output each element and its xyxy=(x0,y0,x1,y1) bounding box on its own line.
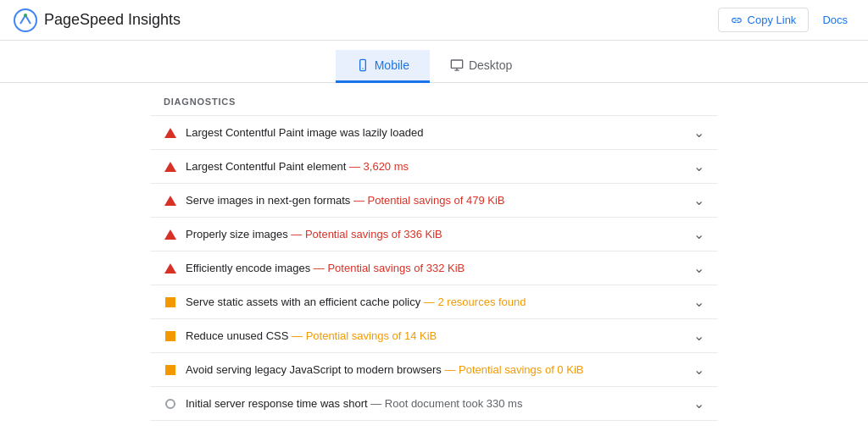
chevron-down-icon: ⌄ xyxy=(693,328,704,344)
diag-detail: — Root document took 330 ms xyxy=(370,397,522,410)
diag-item-legacy-js[interactable]: Avoid serving legacy JavaScript to moder… xyxy=(150,352,718,386)
diag-left: Properly size images — Potential savings… xyxy=(164,228,693,241)
docs-button[interactable]: Docs xyxy=(815,8,854,31)
diag-left: Largest Contentful Paint image was lazil… xyxy=(164,126,693,140)
diag-detail: — Potential savings of 0 KiB xyxy=(444,363,583,376)
svg-rect-4 xyxy=(451,60,462,68)
diag-text: Largest Contentful Paint image was lazil… xyxy=(186,126,423,139)
copy-link-label: Copy Link xyxy=(748,14,797,26)
diag-left: Efficiently encode images — Potential sa… xyxy=(164,262,693,275)
diag-item-encode-images[interactable]: Efficiently encode images — Potential sa… xyxy=(150,251,718,285)
diag-item-cache-policy[interactable]: Serve static assets with an efficient ca… xyxy=(150,285,718,318)
logo-area: PageSpeed Insights xyxy=(14,8,181,32)
diag-text: Efficiently encode images — Potential sa… xyxy=(186,262,465,274)
chevron-down-icon: ⌄ xyxy=(693,395,704,412)
desktop-icon xyxy=(450,58,464,72)
diag-detail: — 2 resources found xyxy=(424,296,526,308)
tab-mobile-label: Mobile xyxy=(375,58,409,72)
diag-text: Serve static assets with an efficient ca… xyxy=(186,296,526,308)
error-icon xyxy=(164,194,177,207)
logo-text: PageSpeed Insights xyxy=(44,11,181,29)
tabs-bar: Mobile Desktop xyxy=(0,41,868,83)
diag-text: Largest Contentful Paint element — 3,620… xyxy=(186,160,409,173)
diag-left: Initial server response time was short —… xyxy=(164,397,693,411)
diag-left: Largest Contentful Paint element — 3,620… xyxy=(164,160,693,174)
diag-detail: — Potential savings of 14 KiB xyxy=(292,329,437,342)
tab-desktop[interactable]: Desktop xyxy=(430,50,532,83)
chevron-down-icon: ⌄ xyxy=(693,158,704,174)
diag-item-next-gen-formats[interactable]: Serve images in next-gen formats — Poten… xyxy=(150,183,718,217)
header: PageSpeed Insights Copy Link Docs xyxy=(0,0,868,41)
diag-item-unused-css[interactable]: Reduce unused CSS — Potential savings of… xyxy=(150,318,718,352)
diag-detail: — 3,620 ms xyxy=(349,160,409,173)
diag-text: Reduce unused CSS — Potential savings of… xyxy=(186,329,437,342)
svg-point-3 xyxy=(362,68,363,69)
logo-icon xyxy=(14,8,37,32)
tab-mobile[interactable]: Mobile xyxy=(336,50,430,83)
warning-icon xyxy=(164,329,177,343)
diag-left: Avoid serving legacy JavaScript to moder… xyxy=(164,363,693,377)
svg-point-1 xyxy=(24,14,27,17)
mobile-icon xyxy=(356,58,370,72)
tab-desktop-label: Desktop xyxy=(469,58,512,72)
chevron-down-icon: ⌄ xyxy=(693,124,704,141)
diag-detail: — Potential savings of 479 KiB xyxy=(353,194,505,207)
diag-left: Serve images in next-gen formats — Poten… xyxy=(164,194,693,207)
chevron-down-icon: ⌄ xyxy=(693,294,704,310)
chevron-down-icon: ⌄ xyxy=(693,260,704,276)
diag-item-lcp-lazy[interactable]: Largest Contentful Paint image was lazil… xyxy=(150,115,718,149)
chevron-down-icon: ⌄ xyxy=(693,226,704,242)
diag-item-server-response[interactable]: Initial server response time was short —… xyxy=(150,386,718,420)
diag-detail: — Potential savings of 336 KiB xyxy=(291,228,442,240)
chevron-down-icon: ⌄ xyxy=(693,362,704,378)
diag-detail: — Potential savings of 332 KiB xyxy=(314,262,465,274)
error-icon xyxy=(164,126,177,140)
warning-icon xyxy=(164,296,177,309)
main-content: DIAGNOSTICS Largest Contentful Paint ima… xyxy=(0,83,868,431)
diagnostics-section-label: DIAGNOSTICS xyxy=(150,97,718,115)
link-icon xyxy=(731,14,743,26)
diag-text: Avoid serving legacy JavaScript to moder… xyxy=(186,363,583,376)
error-icon xyxy=(164,262,177,275)
header-actions: Copy Link Docs xyxy=(718,8,854,32)
diagnostics-list: Largest Contentful Paint image was lazil… xyxy=(150,115,718,431)
copy-link-button[interactable]: Copy Link xyxy=(718,8,810,32)
diag-item-lcp-element[interactable]: Largest Contentful Paint element — 3,620… xyxy=(150,149,718,183)
diag-left: Serve static assets with an efficient ca… xyxy=(164,296,693,309)
diag-text: Serve images in next-gen formats — Poten… xyxy=(186,194,504,207)
diag-left: Reduce unused CSS — Potential savings of… xyxy=(164,329,693,343)
error-icon xyxy=(164,160,177,174)
chevron-down-icon: ⌄ xyxy=(693,192,704,208)
error-icon xyxy=(164,228,177,241)
diag-item-js-execution[interactable]: JavaScript execution time — 0.2 s ⌄ xyxy=(150,420,718,431)
diagnostics-panel[interactable]: DIAGNOSTICS Largest Contentful Paint ima… xyxy=(150,83,718,431)
diag-text: Properly size images — Potential savings… xyxy=(186,228,442,240)
info-icon xyxy=(164,397,177,411)
diag-text: Initial server response time was short —… xyxy=(186,397,522,410)
svg-point-0 xyxy=(14,9,36,31)
diag-item-properly-size[interactable]: Properly size images — Potential savings… xyxy=(150,217,718,251)
warning-icon xyxy=(164,363,177,377)
